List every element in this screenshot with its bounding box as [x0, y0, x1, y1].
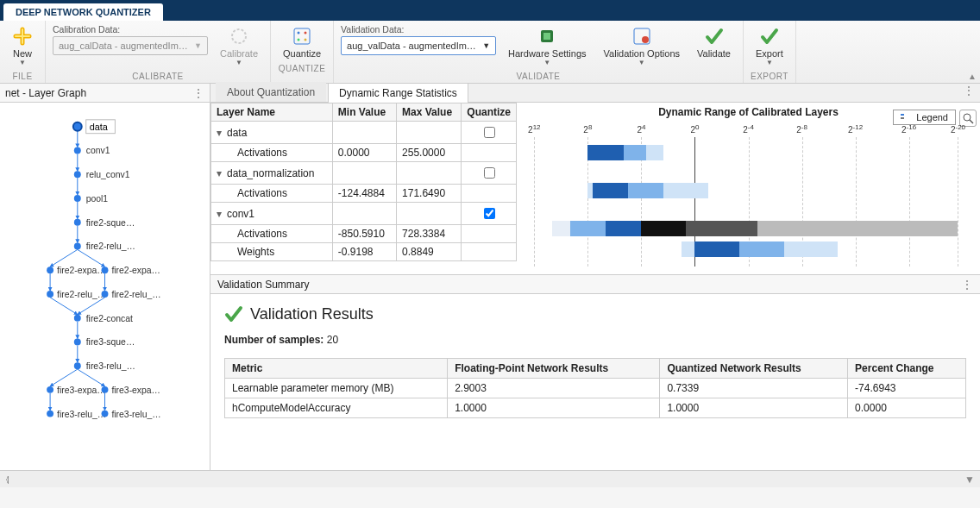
quantize-checkbox[interactable] [484, 167, 495, 179]
svg-point-42 [102, 267, 109, 273]
col-metric[interactable]: Metric [225, 359, 448, 379]
svg-text:fire3-relu_…: fire3-relu_… [57, 410, 106, 419]
export-check-icon [759, 26, 780, 47]
svg-text:fire2-expa…: fire2-expa… [111, 266, 160, 275]
pane-menu-icon[interactable]: ⋮ [961, 280, 973, 289]
quantize-icon [292, 26, 312, 47]
calibration-data-dropdown[interactable]: aug_calData - augmentedIm… ▼ [53, 36, 208, 55]
check-icon [704, 26, 725, 47]
svg-text:fire2-relu_…: fire2-relu_… [86, 241, 135, 251]
svg-text:conv1: conv1 [86, 146, 110, 155]
bar-data-activations [525, 142, 971, 163]
samples-label: Number of samples: [224, 334, 324, 346]
svg-text:fire3-sque…: fire3-sque… [86, 337, 135, 347]
validate-button[interactable]: Validate [692, 24, 736, 60]
svg-text:fire3-expa…: fire3-expa… [111, 386, 160, 395]
chevron-down-icon: ▼ [194, 41, 202, 50]
svg-line-23 [50, 369, 78, 386]
table-row[interactable]: hComputeModelAccuracy 1.0000 1.0000 0.00… [225, 398, 966, 418]
table-row[interactable]: Activations 0.0000 255.0000 [211, 144, 517, 162]
table-row[interactable]: Learnable parameter memory (MB) 2.9003 0… [225, 379, 966, 398]
table-row[interactable]: ▾data [211, 122, 517, 144]
svg-text:fire2-expa…: fire2-expa… [57, 266, 106, 275]
col-max-value[interactable]: Max Value [397, 103, 462, 122]
section-calibrate-title: CALIBRATE [53, 72, 263, 81]
section-quantize-title: QUANTIZE [278, 64, 326, 73]
quantize-button[interactable]: Quantize [278, 24, 326, 60]
col-quantize[interactable]: Quantize [462, 103, 517, 122]
expand-caret-icon[interactable]: ▾ [217, 208, 227, 220]
svg-point-58 [47, 411, 53, 417]
calibrate-icon [229, 26, 249, 47]
chevron-down-icon: ▼ [482, 41, 490, 50]
validation-data-value: aug_valData - augmentedIm… [347, 41, 476, 51]
status-collapse-icon[interactable]: ▼ [964, 474, 975, 486]
samples-value: 20 [327, 334, 338, 346]
svg-point-46 [102, 291, 109, 298]
chip-icon [537, 26, 557, 47]
stats-table[interactable]: Layer Name Min Value Max Value Quantize … [210, 103, 517, 274]
svg-point-9 [642, 36, 649, 43]
dynamic-range-chart[interactable]: Dynamic Range of Calibrated Layers Legen… [517, 103, 980, 274]
quantize-checkbox[interactable] [484, 127, 495, 138]
workspace: net - Layer Graph ⋮ [0, 84, 980, 470]
table-row[interactable]: Weights -0.9198 0.8849 [211, 243, 517, 261]
tabstrip-menu-icon[interactable]: ⋮ [963, 86, 975, 95]
expand-caret-icon[interactable]: ▾ [217, 127, 227, 139]
svg-line-24 [78, 369, 105, 386]
svg-rect-1 [294, 28, 310, 44]
validation-body: Validation Results Number of samples: 20… [210, 294, 980, 470]
col-min-value[interactable]: Min Value [332, 103, 396, 122]
svg-text:relu_conv1: relu_conv1 [86, 170, 130, 179]
svg-line-20 [78, 298, 105, 315]
section-file-title: FILE [7, 72, 38, 81]
layer-graph-pane: net - Layer Graph ⋮ [0, 84, 210, 470]
col-quant-results[interactable]: Quantized Network Results [660, 359, 848, 379]
toolstrip-expand-icon[interactable]: ▲ [968, 72, 977, 81]
new-button[interactable]: New ▼ [7, 24, 38, 68]
svg-point-50 [74, 338, 81, 345]
quantize-checkbox[interactable] [484, 208, 495, 219]
calibrate-button[interactable]: Calibrate ▼ [215, 24, 263, 68]
section-export: Export ▼ EXPORT [744, 21, 796, 83]
svg-text:fire3-relu_…: fire3-relu_… [111, 410, 160, 419]
tabstrip: About Quantization Dynamic Range Statist… [210, 84, 980, 103]
validation-options-button[interactable]: Validation Options ▼ [599, 24, 685, 68]
svg-text:fire3-expa…: fire3-expa… [57, 386, 106, 395]
tab-dynamic-range-statistics[interactable]: Dynamic Range Statistics [328, 83, 468, 103]
section-validate: Validation Data: aug_valData - augmented… [334, 21, 744, 83]
table-row[interactable]: ▾conv1 [211, 203, 517, 225]
validation-results-table[interactable]: Metric Floating-Point Network Results Qu… [224, 358, 966, 418]
app-tab[interactable]: DEEP NETWORK QUANTIZER [3, 3, 163, 21]
stats-area: Layer Name Min Value Max Value Quantize … [210, 103, 980, 275]
table-row[interactable]: Activations -850.5910 728.3384 [211, 225, 517, 243]
col-float-results[interactable]: Floating-Point Network Results [448, 359, 660, 379]
col-layer-name[interactable]: Layer Name [211, 103, 333, 122]
svg-point-40 [47, 267, 53, 273]
bar-conv1-weights [525, 239, 971, 260]
col-percent-change[interactable]: Percent Change [848, 359, 966, 379]
hardware-settings-button[interactable]: Hardware Settings ▼ [503, 24, 592, 68]
validation-data-label: Validation Data: [341, 24, 496, 34]
svg-point-48 [74, 315, 81, 322]
svg-line-16 [78, 249, 105, 267]
layer-graph[interactable]: data conv1 relu_conv1 pool1 fire2-sque… … [0, 103, 210, 470]
status-prev-icon[interactable]: ⦉ [5, 474, 10, 486]
section-file: New ▼ FILE [0, 21, 46, 83]
svg-point-5 [305, 39, 307, 41]
validation-data-dropdown[interactable]: aug_valData - augmentedIm… ▼ [341, 36, 496, 55]
svg-rect-62 [901, 114, 904, 116]
svg-point-30 [74, 147, 81, 154]
chevron-down-icon: ▼ [543, 59, 550, 66]
tab-about-quantization[interactable]: About Quantization [216, 82, 326, 102]
table-row[interactable]: Activations -124.4884 171.6490 [211, 185, 517, 203]
check-icon [224, 304, 243, 323]
svg-point-44 [47, 291, 53, 298]
svg-point-27 [73, 122, 82, 131]
export-button[interactable]: Export ▼ [751, 24, 788, 68]
table-row[interactable]: ▾data_normalization [211, 162, 517, 185]
validation-results-title: Validation Results [224, 304, 966, 323]
pane-menu-icon[interactable]: ⋮ [192, 89, 204, 97]
svg-point-36 [74, 219, 81, 226]
expand-caret-icon[interactable]: ▾ [217, 167, 227, 179]
